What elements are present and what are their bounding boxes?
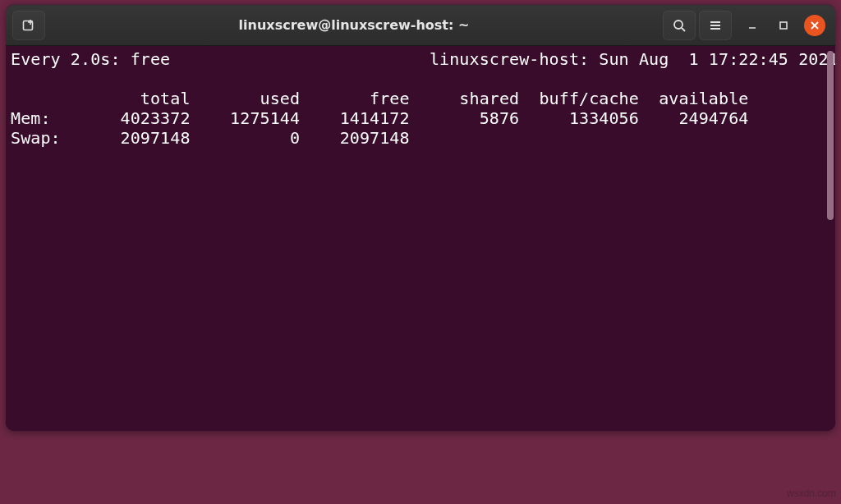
titlebar: linuxscrew@linuxscrew-host: ~ (6, 5, 835, 46)
search-button[interactable] (663, 11, 696, 40)
new-tab-button[interactable] (12, 11, 45, 40)
svg-point-3 (674, 21, 682, 29)
window-title: linuxscrew@linuxscrew-host: ~ (47, 17, 661, 33)
window-controls (737, 15, 830, 36)
search-icon (672, 18, 687, 33)
maximize-button[interactable] (773, 15, 794, 36)
maximize-icon (779, 21, 788, 30)
minimize-button[interactable] (742, 15, 763, 36)
menu-button[interactable] (699, 11, 732, 40)
watermark: wsxdn.com (787, 488, 836, 499)
terminal-body[interactable]: Every 2.0s: free linuxscrew-host: Sun Au… (6, 46, 835, 431)
new-tab-icon (21, 18, 36, 33)
svg-line-4 (682, 28, 685, 31)
minimize-icon (747, 21, 757, 30)
close-icon (810, 21, 820, 30)
terminal-output: Every 2.0s: free linuxscrew-host: Sun Au… (6, 46, 835, 151)
close-button[interactable] (804, 15, 825, 36)
hamburger-icon (708, 18, 723, 33)
scrollbar-thumb[interactable] (827, 51, 834, 220)
terminal-window: linuxscrew@linuxscrew-host: ~ (6, 4, 835, 431)
svg-rect-9 (780, 22, 787, 29)
